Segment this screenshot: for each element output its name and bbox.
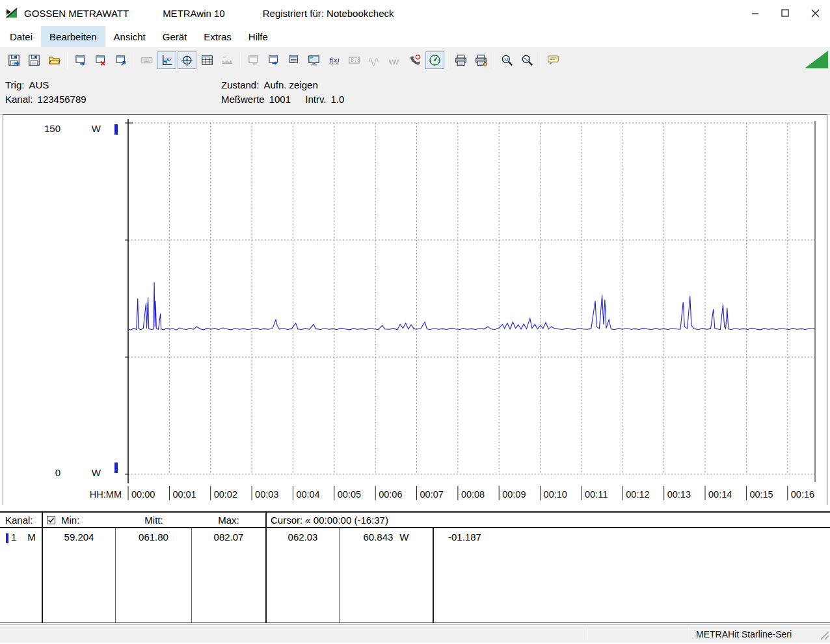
ruler-icon bbox=[221, 54, 234, 66]
win-x-icon bbox=[94, 54, 107, 66]
view-cursor-button[interactable] bbox=[178, 51, 196, 69]
toolbar-separator bbox=[448, 52, 448, 68]
phone-icon bbox=[408, 54, 421, 66]
samples-status: Meßwerte1001 Intrv.1.0 bbox=[221, 92, 344, 107]
close-button[interactable] bbox=[800, 0, 830, 26]
floppy-in-icon bbox=[8, 54, 20, 66]
menu-item-gert[interactable]: Gerät bbox=[154, 26, 196, 47]
keyboard-icon bbox=[141, 54, 153, 66]
menu-item-datei[interactable]: Datei bbox=[1, 26, 41, 47]
svg-text:00:13: 00:13 bbox=[667, 489, 691, 500]
svg-text:00:09: 00:09 bbox=[502, 489, 526, 500]
svg-text:M: M bbox=[504, 56, 508, 62]
menubar: DateiBearbeitenAnsichtGerätExtrasHilfe bbox=[0, 26, 830, 47]
statusbar-divider bbox=[587, 627, 588, 641]
toolbar-separator bbox=[494, 52, 494, 68]
window-list-button[interactable] bbox=[284, 51, 303, 69]
device-keyboard-button bbox=[137, 51, 156, 69]
digital-display-button: 8.8 bbox=[345, 51, 364, 69]
svg-text:00:10: 00:10 bbox=[544, 489, 567, 500]
floppy-icon bbox=[28, 54, 40, 66]
status-info-panel: Trig:AUS Kanal:123456789 Zustand:Aufn. z… bbox=[0, 73, 830, 114]
col-max-header: Max: bbox=[192, 513, 267, 527]
window-next-button[interactable] bbox=[264, 51, 283, 69]
formula-button[interactable]: f(x) bbox=[325, 51, 343, 69]
menu-item-bearbeiten[interactable]: Bearbeiten bbox=[41, 26, 105, 47]
minimize-button[interactable] bbox=[740, 0, 770, 26]
analog-curve-lf-button bbox=[365, 51, 384, 69]
table-header-row: Kanal: Min: Mitt: Max: Cursor: « 00:00:0… bbox=[0, 513, 830, 528]
cursor-right-value: 60.843W bbox=[340, 528, 434, 623]
power-time-chart[interactable]: 00:0000:0100:0200:0300:0400:0500:0600:07… bbox=[3, 115, 827, 505]
zoom-wave-icon bbox=[521, 54, 533, 66]
svg-text:00:08: 00:08 bbox=[461, 489, 485, 500]
toolbar-separator bbox=[240, 52, 241, 68]
display-icon: 8.8 bbox=[348, 54, 360, 66]
chart-icon bbox=[161, 54, 173, 66]
window-prev-button bbox=[244, 51, 263, 69]
titlebar-registration: Registriert für: Notebookcheck bbox=[263, 8, 394, 19]
channel-number: 1 bbox=[11, 531, 16, 543]
checkmark-icon bbox=[47, 516, 55, 524]
toolbar: f(x)8.8M bbox=[0, 47, 830, 73]
gauge-icon bbox=[429, 54, 441, 66]
svg-text:00:04: 00:04 bbox=[296, 489, 319, 500]
svg-text:00:07: 00:07 bbox=[420, 489, 444, 500]
print-setup-button[interactable] bbox=[472, 51, 490, 69]
channel-mode: M bbox=[27, 531, 36, 543]
toolbar-separator bbox=[67, 52, 68, 68]
print-button[interactable] bbox=[451, 51, 470, 69]
min-value: 59.204 bbox=[43, 528, 116, 623]
folder-icon bbox=[48, 54, 60, 66]
channel-visible-checkbox[interactable] bbox=[47, 516, 55, 524]
resize-grip-icon bbox=[820, 631, 829, 640]
connected-device-label: METRAHit Starline-Seri bbox=[696, 625, 792, 643]
menu-item-extras[interactable]: Extras bbox=[195, 26, 240, 47]
modem-connection-button[interactable] bbox=[405, 51, 424, 69]
window-delete-button[interactable] bbox=[91, 51, 110, 69]
zoom-curve-button[interactable] bbox=[518, 51, 537, 69]
monitor-icon bbox=[308, 54, 320, 66]
max-value: 082.07 bbox=[192, 528, 267, 623]
view-yt-chart-button[interactable] bbox=[157, 51, 176, 69]
fx-icon: f(x) bbox=[328, 54, 340, 66]
meter-gauge-button[interactable] bbox=[425, 51, 444, 69]
channel-cell[interactable]: 1 M bbox=[0, 528, 43, 623]
win-in-icon bbox=[74, 54, 87, 66]
mean-value: 061.80 bbox=[116, 528, 192, 623]
online-monitor-button[interactable] bbox=[304, 51, 323, 69]
channel-status: Kanal:123456789 bbox=[5, 92, 221, 107]
svg-text:00:05: 00:05 bbox=[338, 489, 361, 500]
cursor-left-value: 062.03 bbox=[267, 528, 340, 623]
file-open-button[interactable] bbox=[45, 51, 64, 69]
file-import-button[interactable] bbox=[5, 51, 23, 69]
svg-text:W: W bbox=[92, 123, 101, 134]
win-out-icon bbox=[114, 54, 127, 66]
crosshair-icon bbox=[181, 54, 193, 66]
wave-icon bbox=[368, 54, 381, 66]
svg-text:150: 150 bbox=[44, 123, 60, 134]
svg-text:HH:MM: HH:MM bbox=[90, 489, 122, 500]
hint-button[interactable] bbox=[544, 51, 563, 69]
window-export-button[interactable] bbox=[111, 51, 130, 69]
menu-item-ansicht[interactable]: Ansicht bbox=[105, 26, 154, 47]
titlebar: GOSSEN METRAWATT METRAwin 10 Registriert… bbox=[0, 0, 830, 26]
view-table-button[interactable] bbox=[198, 51, 217, 69]
printer-icon bbox=[455, 54, 467, 66]
resize-grip[interactable] bbox=[820, 631, 829, 642]
titlebar-app-name: METRAwin 10 bbox=[163, 8, 225, 19]
svg-text:00:02: 00:02 bbox=[214, 489, 237, 500]
measurement-table: Kanal: Min: Mitt: Max: Cursor: « 00:00:0… bbox=[0, 511, 830, 623]
toolbar-separator bbox=[133, 52, 134, 68]
analog-curve-hf-button bbox=[385, 51, 404, 69]
cursor-delta-value: -01.187 bbox=[434, 528, 830, 623]
minimize-icon bbox=[751, 9, 759, 17]
svg-text:00:11: 00:11 bbox=[585, 489, 608, 500]
state-status: Zustand:Aufn. zeigen bbox=[221, 78, 344, 92]
file-save-button[interactable] bbox=[25, 51, 44, 69]
maximize-button[interactable] bbox=[770, 0, 800, 26]
zoom-values-button[interactable]: M bbox=[498, 51, 516, 69]
trigger-status: Trig:AUS bbox=[5, 78, 221, 92]
window-import-button[interactable] bbox=[71, 51, 90, 69]
menu-item-hilfe[interactable]: Hilfe bbox=[240, 26, 276, 47]
